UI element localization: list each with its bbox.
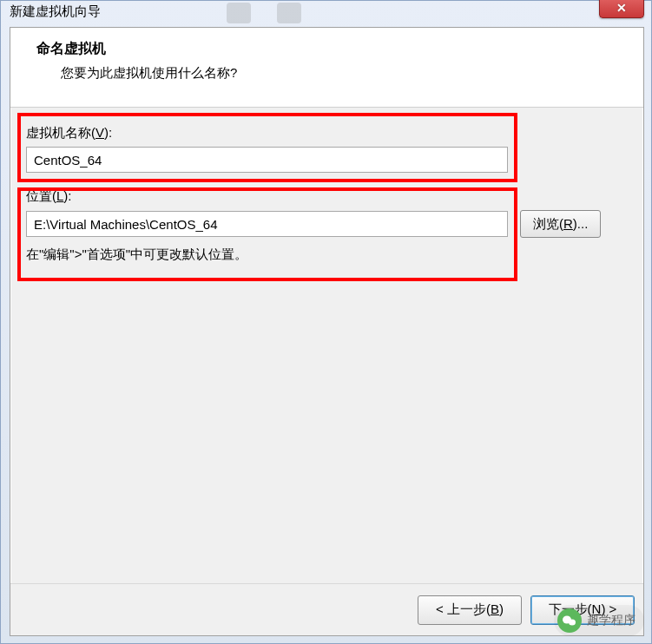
location-group: 位置(L): 浏览(R)... 在"编辑">"首选项"中可更改默认位置。 <box>26 188 628 263</box>
titlebar-bg-icons <box>227 3 331 23</box>
vmname-label: 虚拟机名称(V): <box>26 125 628 141</box>
vmname-input[interactable] <box>26 147 508 173</box>
page-title: 命名虚拟机 <box>36 40 626 58</box>
vmname-group: 虚拟机名称(V): <box>26 125 628 173</box>
watermark-text: 趣学程序 <box>587 613 636 628</box>
content-area: 虚拟机名称(V): 位置(L): 浏览(R)... 在"编辑">"首选项"中可更… <box>10 108 643 576</box>
location-label: 位置(L): <box>26 188 628 205</box>
wizard-window: 新建虚拟机向导 ✕ 命名虚拟机 您要为此虚拟机使用什么名称? 虚拟机名称(V):… <box>0 0 652 644</box>
close-button[interactable]: ✕ <box>599 0 644 18</box>
browse-button[interactable]: 浏览(R)... <box>520 210 601 238</box>
close-icon: ✕ <box>616 1 627 15</box>
page-subtitle: 您要为此虚拟机使用什么名称? <box>36 65 626 82</box>
wizard-header: 命名虚拟机 您要为此虚拟机使用什么名称? <box>10 28 643 108</box>
window-title: 新建虚拟机向导 <box>10 3 101 18</box>
svg-point-1 <box>569 620 576 626</box>
titlebar[interactable]: 新建虚拟机向导 ✕ <box>1 1 651 23</box>
dialog-body: 命名虚拟机 您要为此虚拟机使用什么名称? 虚拟机名称(V): 位置(L): 浏览… <box>10 27 644 636</box>
wechat-icon <box>557 608 582 633</box>
back-button[interactable]: < 上一步(B) <box>418 595 522 625</box>
location-input[interactable] <box>26 211 508 237</box>
wizard-footer: < 上一步(B) 下一步(N) > <box>10 583 643 635</box>
location-hint: 在"编辑">"首选项"中可更改默认位置。 <box>26 246 628 263</box>
watermark: 趣学程序 <box>554 605 644 636</box>
